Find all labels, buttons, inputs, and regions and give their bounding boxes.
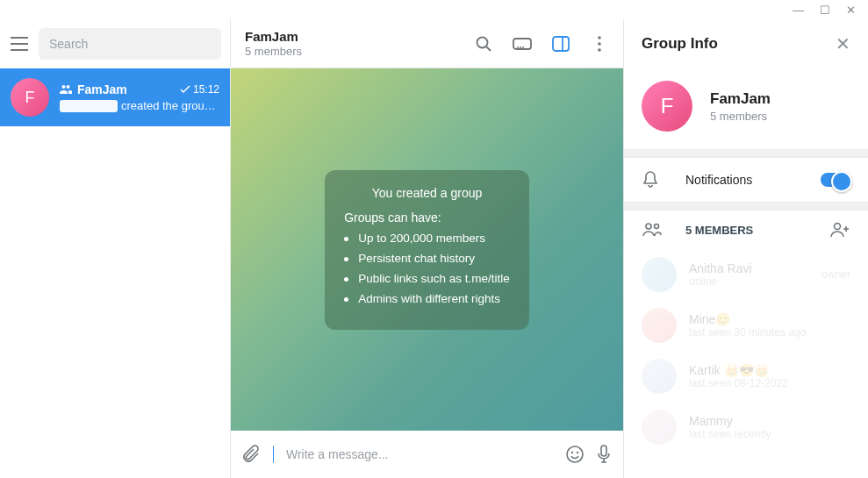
svg-rect-12 <box>601 446 606 456</box>
svg-point-0 <box>477 37 488 47</box>
member-row[interactable]: Kartik 👑😎👑 last seen 08-12-2022 <box>624 351 868 402</box>
chat-body: You created a group Groups can have: Up … <box>231 68 623 431</box>
members-icon <box>642 223 661 237</box>
notifications-row[interactable]: Notifications <box>624 158 868 202</box>
svg-point-13 <box>646 224 651 229</box>
members-count-label: 5 MEMBERS <box>685 224 753 237</box>
member-row[interactable]: Anitha Ravi online owner <box>624 249 868 300</box>
svg-point-10 <box>571 452 573 453</box>
message-input[interactable] <box>286 447 553 461</box>
search-input-wrapper[interactable] <box>39 28 221 60</box>
menu-icon[interactable] <box>9 33 30 54</box>
chat-title-text: FamJam <box>77 82 127 96</box>
bubble-title: You created a group <box>344 186 510 200</box>
group-members-count: 5 members <box>710 110 771 123</box>
divider <box>624 202 868 210</box>
svg-rect-1 <box>513 39 531 49</box>
svg-point-6 <box>598 36 601 39</box>
message-composer <box>231 431 623 478</box>
video-call-icon[interactable] <box>513 34 532 54</box>
bell-icon <box>642 170 661 189</box>
voice-icon[interactable] <box>597 445 611 464</box>
bubble-item: Public links such as t.me/title <box>344 272 510 285</box>
svg-point-8 <box>598 48 601 52</box>
group-created-bubble: You created a group Groups can have: Up … <box>325 170 529 330</box>
bubble-item: Admins with different rights <box>344 292 510 305</box>
group-name: FamJam <box>710 90 771 108</box>
chat-header-title: FamJam <box>245 29 474 44</box>
svg-point-3 <box>520 46 521 48</box>
check-icon <box>180 85 190 94</box>
emoji-icon[interactable] <box>565 445 585 464</box>
window-titlebar: — ☐ ✕ <box>0 0 868 19</box>
group-info-panel: Group Info ✕ F FamJam 5 members Notifica… <box>623 19 868 478</box>
member-name: Mammy <box>689 414 850 428</box>
member-name: Anitha Ravi <box>689 261 809 275</box>
panel-group-header[interactable]: F FamJam 5 members <box>624 68 868 149</box>
add-member-icon[interactable] <box>829 222 850 238</box>
sidebar-toggle-icon[interactable] <box>551 34 570 54</box>
chat-header-info[interactable]: FamJam 5 members <box>245 29 474 58</box>
close-icon[interactable]: ✕ <box>846 4 856 17</box>
cursor-icon <box>273 446 274 463</box>
chat-header: FamJam 5 members <box>231 19 623 68</box>
member-status: last seen 30 minutes ago <box>689 326 850 339</box>
members-header: 5 MEMBERS <box>624 210 868 249</box>
chat-header-subtitle: 5 members <box>245 45 474 58</box>
member-avatar <box>642 359 677 394</box>
member-status: last seen recently <box>689 428 850 440</box>
chat-list-item[interactable]: F FamJam 15:12 created the grou… <box>0 68 230 126</box>
more-icon[interactable] <box>590 34 609 54</box>
svg-point-11 <box>577 452 578 453</box>
close-panel-icon[interactable]: ✕ <box>836 33 850 54</box>
bubble-item: Persistent chat history <box>344 252 510 265</box>
group-avatar: F <box>642 81 692 132</box>
maximize-icon[interactable]: ☐ <box>820 4 830 17</box>
chat-area: FamJam 5 members You created a <box>231 19 623 478</box>
members-list: Anitha Ravi online owner Mine😊 last seen… <box>624 249 868 453</box>
member-status: last seen 08-12-2022 <box>689 377 850 389</box>
search-icon[interactable] <box>474 34 493 54</box>
divider <box>624 149 868 158</box>
member-row[interactable]: Mine😊 last seen 30 minutes ago <box>624 300 868 351</box>
member-avatar <box>642 308 677 343</box>
chat-time-text: 15:12 <box>193 83 219 96</box>
bubble-item: Up to 200,000 members <box>344 232 510 245</box>
member-role: owner <box>821 268 850 281</box>
search-input[interactable] <box>49 37 211 51</box>
member-name: Kartik 👑😎👑 <box>689 363 850 377</box>
chat-avatar: F <box>11 78 49 117</box>
chat-list-sidebar: F FamJam 15:12 created the grou… <box>0 19 231 478</box>
member-avatar <box>642 410 677 445</box>
panel-title: Group Info <box>642 35 718 53</box>
svg-point-2 <box>517 46 519 48</box>
member-avatar <box>642 257 677 292</box>
member-name: Mine😊 <box>689 312 850 326</box>
svg-point-9 <box>567 446 583 462</box>
notifications-toggle[interactable] <box>821 173 850 187</box>
member-row[interactable]: Mammy last seen recently <box>624 402 868 453</box>
svg-point-15 <box>835 224 841 230</box>
bubble-subtitle: Groups can have: <box>344 210 510 225</box>
svg-rect-5 <box>553 37 569 51</box>
chat-preview-text: created the grou… <box>121 99 216 112</box>
member-status: online <box>689 275 809 288</box>
svg-point-14 <box>655 225 659 229</box>
notifications-label: Notifications <box>685 173 752 187</box>
attach-icon[interactable] <box>243 445 261 464</box>
svg-point-4 <box>522 46 524 48</box>
svg-point-7 <box>598 42 601 46</box>
group-icon <box>60 84 72 95</box>
preview-redaction <box>60 100 118 112</box>
minimize-icon[interactable]: — <box>793 4 804 17</box>
